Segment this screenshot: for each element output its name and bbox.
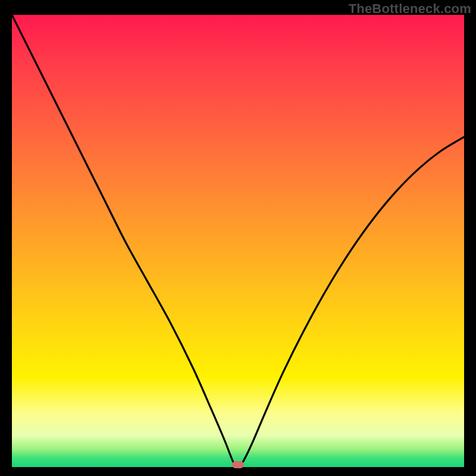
plot-gradient-background <box>12 15 464 467</box>
chart-frame <box>12 15 464 467</box>
watermark-text: TheBottleneck.com <box>349 1 471 17</box>
optimal-point-marker <box>232 461 244 468</box>
